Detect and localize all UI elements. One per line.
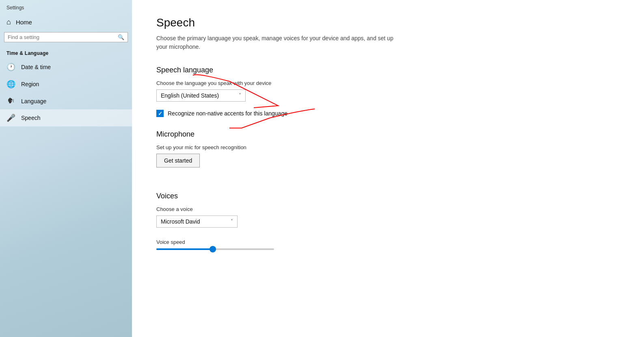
accent-checkbox-label: Recognize non-native accents for this la… [168,110,287,117]
date-time-icon: 🕐 [6,63,15,72]
sidebar-item-date-time-label: Date & time [21,64,51,70]
voice-speed-slider-thumb[interactable] [210,246,216,252]
speech-language-section: Speech language Choose the language you … [156,66,620,117]
voice-speed-slider-track [156,248,274,250]
microphone-section: Microphone Set up your mic for speech re… [156,130,620,182]
page-title: Speech [156,16,620,29]
region-icon: 🌐 [6,80,15,89]
microphone-heading: Microphone [156,130,620,139]
voices-section: Voices Choose a voice Microsoft David ˅ … [156,192,620,250]
speech-language-dropdown[interactable]: English (United States) ˅ [156,89,246,102]
sidebar-item-home[interactable]: ⌂ Home [0,14,132,30]
voices-dropdown-chevron-icon: ˅ [231,219,233,224]
app-title: Settings [0,0,132,14]
sidebar-item-language[interactable]: 🗣 Language [0,93,132,109]
language-field-label: Choose the language you speak with your … [156,80,620,86]
checkbox-check-icon: ✓ [158,111,162,117]
voices-field-label: Choose a voice [156,206,620,212]
speech-language-heading: Speech language [156,66,620,74]
sidebar-item-region-label: Region [21,81,39,87]
home-icon: ⌂ [6,18,11,26]
speech-icon: 🎤 [6,113,15,122]
accent-checkbox-row: ✓ Recognize non-native accents for this … [156,110,620,117]
sidebar: Settings ⌂ Home 🔍 Time & Language 🕐 Date… [0,0,132,337]
page-subtitle: Choose the primary language you speak, m… [156,34,400,51]
voices-dropdown-value: Microsoft David [161,218,200,225]
sidebar-item-speech[interactable]: 🎤 Speech [0,109,132,126]
voices-heading: Voices [156,192,620,200]
microphone-description: Set up your mic for speech recognition [156,144,620,150]
sidebar-item-date-time[interactable]: 🕐 Date & time [0,59,132,76]
voice-speed-label: Voice speed [156,239,620,245]
main-content: Speech Choose the primary language you s… [132,0,644,337]
language-icon: 🗣 [6,97,15,105]
sidebar-item-speech-label: Speech [21,115,40,121]
voices-dropdown[interactable]: Microsoft David ˅ [156,215,238,228]
slider-filled-track [156,248,213,250]
get-started-button[interactable]: Get started [156,154,200,167]
sidebar-item-language-label: Language [21,98,46,104]
search-icon: 🔍 [118,34,124,40]
accent-checkbox[interactable]: ✓ [156,110,164,117]
speech-language-value: English (United States) [161,92,219,99]
search-input[interactable] [8,34,118,40]
home-label: Home [16,19,32,26]
dropdown-chevron-icon: ˅ [239,93,241,98]
search-box[interactable]: 🔍 [4,32,128,42]
section-label: Time & Language [0,46,132,59]
sidebar-item-region[interactable]: 🌐 Region [0,76,132,93]
voice-speed-slider-container [156,248,620,250]
